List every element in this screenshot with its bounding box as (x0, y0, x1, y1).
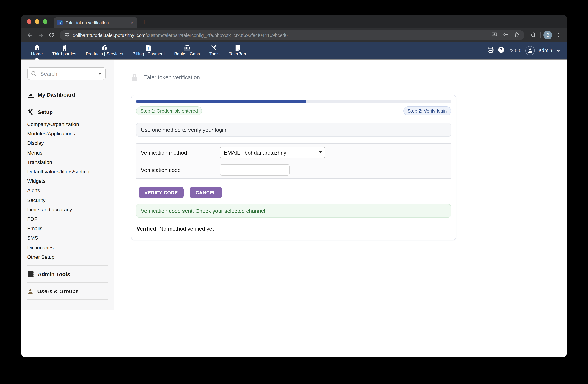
browser-profile-avatar[interactable]: B (544, 31, 552, 40)
sidebar-divider (27, 299, 108, 300)
home-icon (34, 44, 40, 51)
back-icon[interactable] (25, 30, 34, 40)
sidebar-item-translation[interactable]: Translation (27, 158, 108, 167)
product-box-icon (101, 44, 107, 51)
progress-fill (136, 100, 306, 103)
sidebar-item-security[interactable]: Security (27, 195, 108, 205)
page-title-row: Taler token verification (131, 73, 567, 82)
sidebar-section-admin-tools[interactable]: Admin Tools (27, 271, 108, 277)
building-icon (62, 44, 67, 51)
verified-label: Verified: (136, 225, 158, 232)
verification-form: Verification method EMAIL - bohdan.potuz… (136, 143, 451, 179)
nav-item-home[interactable]: Home (26, 42, 47, 59)
invoice-icon: $ (146, 44, 151, 51)
main-content: Taler token verification Step 1: Credent… (114, 60, 567, 356)
sidebar-search[interactable] (27, 67, 106, 80)
nav-item-tools[interactable]: Tools (205, 42, 224, 59)
browser-toolbar: dolibarr.tutorial.taler.potuzhnyi.com/cu… (21, 28, 567, 42)
browser-menu-kebab-icon[interactable] (554, 30, 563, 40)
browser-window: D Taler token verification ✕ + dolibarr.… (21, 15, 567, 357)
step1-badge: Step 1: Credentials entered (136, 106, 202, 116)
sidebar-item-emails[interactable]: Emails (27, 224, 108, 233)
sidebar-item-company-organization[interactable]: Company/Organization (27, 120, 108, 129)
tab-title: Taler token verification (65, 20, 127, 25)
code-label: Verification code (141, 167, 220, 173)
search-input[interactable] (40, 70, 95, 77)
dashboard-chart-icon (27, 92, 34, 98)
extensions-puzzle-icon[interactable] (528, 30, 537, 40)
sidebar-section-setup[interactable]: Setup (27, 109, 108, 115)
verification-card: Step 1: Credentials entered Step 2: Veri… (131, 95, 456, 240)
sidebar-item-sms[interactable]: SMS (27, 233, 108, 243)
password-key-icon[interactable] (503, 31, 509, 39)
sidebar-item-default-values-filters-sorting[interactable]: Default values/filters/sorting (27, 167, 108, 176)
sidebar-item-widgets[interactable]: Widgets (27, 176, 108, 186)
browser-tab-strip: D Taler token verification ✕ + (21, 15, 567, 28)
sidebar-item-alerts[interactable]: Alerts (27, 186, 108, 195)
nav-item-third-parties[interactable]: Third parties (47, 42, 81, 59)
active-nav-caret (34, 57, 40, 60)
chevron-down-icon[interactable] (556, 49, 560, 52)
step2-badge: Step 2: Verify login (403, 106, 451, 116)
progress-bar (136, 100, 451, 103)
lock-icon (131, 73, 138, 81)
sidebar-item-dictionaries[interactable]: Dictionaries (27, 243, 108, 252)
url-text[interactable]: dolibarr.tutorial.taler.potuzhnyi.com/cu… (73, 32, 288, 38)
success-message: Verification code sent. Check your selec… (136, 204, 451, 218)
users-icon (27, 288, 33, 294)
new-tab-button[interactable]: + (142, 19, 146, 26)
site-info-icon[interactable] (64, 32, 69, 39)
method-label: Verification method (141, 149, 220, 155)
app-version: 23.0.0 (508, 48, 521, 53)
bookmark-star-icon[interactable] (514, 31, 520, 39)
svg-text:$: $ (148, 46, 149, 50)
print-icon[interactable] (487, 47, 494, 54)
close-window-button[interactable] (27, 19, 32, 24)
svg-text:?: ? (500, 47, 502, 52)
minimize-window-button[interactable] (35, 19, 40, 24)
instruction-box: Use one method to verify your login. (136, 123, 451, 137)
app-navbar: Home Third parties Products | Services $… (21, 42, 567, 60)
bank-icon (184, 44, 190, 51)
sidebar-item-limits-and-accuracy[interactable]: Limits and accuracy (27, 205, 108, 214)
verify-code-button[interactable]: VERIFY CODE (139, 187, 184, 198)
page-title: Taler token verification (144, 74, 200, 81)
setup-tools-icon (27, 109, 34, 115)
fullscreen-window-button[interactable] (43, 19, 47, 24)
sidebar-divider (27, 103, 108, 103)
nav-item-talerbarr[interactable]: TalerBarr (224, 42, 251, 59)
nav-item-products-services[interactable]: Products | Services (81, 42, 128, 59)
browser-tab[interactable]: D Taler token verification ✕ (54, 17, 137, 28)
window-controls (27, 19, 47, 24)
sidebar-item-pdf[interactable]: PDF (27, 214, 108, 224)
url-bar[interactable]: dolibarr.tutorial.taler.potuzhnyi.com/cu… (60, 30, 524, 40)
verification-code-input[interactable] (220, 164, 290, 176)
sidebar-section-my-dashboard[interactable]: My Dashboard (27, 92, 108, 98)
user-avatar-icon[interactable] (525, 46, 535, 55)
sidebar-divider (27, 282, 108, 283)
left-sidebar: My Dashboard Setup Company/Organization … (21, 60, 114, 356)
nav-item-billing-payment[interactable]: $ Billing | Payment (128, 42, 169, 59)
sidebar-section-users-groups[interactable]: Users & Groups (27, 288, 108, 294)
forward-icon[interactable] (36, 30, 45, 40)
username-label[interactable]: admin (539, 48, 552, 53)
talerbarr-icon (235, 44, 240, 51)
install-app-icon[interactable] (491, 31, 498, 39)
sidebar-item-menus[interactable]: Menus (27, 148, 108, 157)
search-dropdown-icon[interactable] (98, 73, 102, 75)
code-row: Verification code (136, 161, 451, 179)
sidebar-item-display[interactable]: Display (27, 139, 108, 148)
sidebar-item-modules-applications[interactable]: Modules/Applications (27, 129, 108, 138)
help-icon[interactable]: ? (498, 46, 504, 55)
admin-server-icon (27, 271, 34, 277)
verification-method-select[interactable]: EMAIL - bohdan.potuzhnyi (220, 147, 326, 158)
dolibarr-favicon: D (57, 20, 63, 25)
cancel-button[interactable]: CANCEL (190, 187, 222, 198)
sidebar-divider (27, 265, 108, 266)
verified-status: Verified: No method verified yet (136, 225, 451, 232)
sidebar-item-other-setup[interactable]: Other Setup (27, 252, 108, 262)
nav-item-banks-cash[interactable]: Banks | Cash (169, 42, 205, 59)
reload-icon[interactable] (47, 30, 56, 40)
tools-icon (211, 44, 218, 51)
tab-close-icon[interactable]: ✕ (130, 20, 134, 25)
